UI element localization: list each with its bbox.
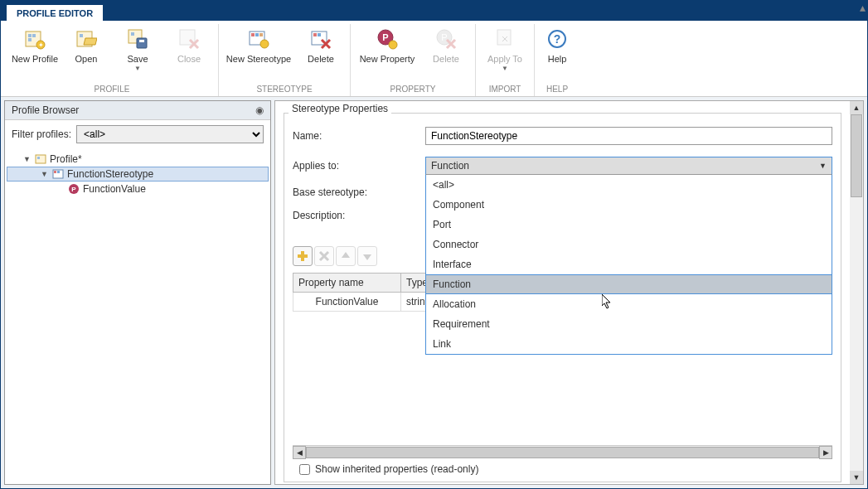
scroll-thumb[interactable] (851, 114, 862, 197)
svg-rect-14 (251, 33, 255, 36)
group-label: PROFILE (95, 83, 130, 96)
delete-property-button: P Delete (422, 24, 470, 83)
group-label: STEREOTYPE (256, 83, 312, 96)
profile-tree: ▼ Profile* ▼ FunctionStereotype P Functi… (5, 148, 270, 200)
delete-property-icon: P (434, 27, 458, 51)
label: Close (177, 54, 201, 65)
fieldset-title: Stereotype Properties (289, 103, 391, 114)
profile-icon (35, 153, 46, 165)
svg-point-17 (260, 40, 269, 48)
filter-select[interactable]: <all> (76, 125, 264, 143)
scroll-up-icon[interactable]: ▲ (850, 101, 863, 114)
svg-point-23 (389, 41, 397, 49)
label: New Property (360, 54, 415, 65)
properties-panel: Stereotype Properties Name: Applies to: … (274, 100, 864, 485)
col-name[interactable]: Property name (293, 274, 401, 293)
option-all[interactable]: <all> (426, 175, 832, 195)
cell-name: FunctionValue (293, 293, 401, 312)
show-inherited-label: Show inherited properties (read-only) (315, 463, 478, 475)
help-button[interactable]: ? Help (540, 24, 575, 83)
option-interface[interactable]: Interface (426, 254, 832, 274)
label: Open (75, 54, 98, 65)
tree-label: Profile* (50, 153, 82, 165)
apply-to-button: Apply To ▼ (481, 24, 529, 83)
close-button: Close (165, 24, 213, 83)
svg-text:?: ? (554, 32, 561, 46)
label: New Profile (12, 54, 58, 65)
chevron-down-icon: ▼ (819, 162, 827, 170)
scroll-right-icon[interactable]: ▶ (819, 446, 832, 459)
svg-text:P: P (71, 186, 76, 193)
show-inherited-checkbox[interactable] (299, 464, 310, 475)
apply-to-icon (493, 27, 516, 51)
option-connector[interactable]: Connector (426, 235, 832, 254)
save-button[interactable]: Save ▼ (114, 24, 162, 83)
option-function[interactable]: Function (426, 274, 832, 294)
tab-bar: PROFILE EDITOR (1, 1, 867, 21)
label: New Stereotype (226, 54, 291, 65)
stereotype-icon (52, 168, 64, 180)
tree-root[interactable]: ▼ Profile* (7, 152, 269, 167)
property-icon: P (68, 183, 80, 195)
expand-icon[interactable]: ▼ (41, 170, 49, 178)
svg-rect-19 (313, 33, 317, 36)
svg-rect-7 (80, 34, 83, 37)
profile-browser-panel: Profile Browser ◉ Filter profiles: <all>… (4, 100, 271, 485)
name-input[interactable] (425, 127, 832, 145)
new-stereotype-button[interactable]: New Stereotype (224, 24, 293, 83)
label: Help (548, 54, 567, 65)
svg-text:✦: ✦ (38, 41, 44, 49)
panel-menu-icon[interactable]: ◉ (255, 104, 264, 116)
close-icon (177, 27, 201, 51)
collapse-ribbon-icon[interactable]: ▴ (860, 1, 866, 14)
vertical-scrollbar[interactable]: ▲ ▼ (850, 101, 863, 484)
add-property-button[interactable] (293, 246, 313, 266)
ribbon-group-help: ? Help HELP (535, 24, 579, 96)
remove-property-button (314, 246, 334, 266)
new-property-button[interactable]: P New Property (356, 24, 419, 83)
ribbon-group-import: Apply To ▼ IMPORT (476, 24, 535, 96)
panel-title: Profile Browser (12, 104, 79, 116)
tab-profile-editor[interactable]: PROFILE EDITOR (6, 4, 104, 21)
svg-rect-16 (259, 33, 263, 36)
delete-stereotype-button[interactable]: Delete (297, 24, 345, 83)
svg-rect-2 (32, 34, 36, 37)
svg-rect-1 (28, 34, 32, 37)
ribbon-group-property: P New Property P Delete PROPERTY (351, 24, 476, 96)
option-link[interactable]: Link (426, 334, 832, 354)
tree-property[interactable]: P FunctionValue (7, 182, 269, 196)
open-button[interactable]: Open (62, 24, 110, 83)
chevron-down-icon: ▼ (502, 65, 508, 73)
svg-rect-3 (28, 38, 32, 41)
base-label: Base stereotype: (293, 186, 425, 198)
scroll-down-icon[interactable]: ▼ (850, 471, 863, 484)
open-icon (75, 27, 98, 51)
save-icon (126, 27, 149, 51)
new-profile-icon: ✦ (23, 27, 46, 51)
label: Save (127, 54, 148, 65)
label: Apply To (487, 54, 522, 65)
filter-label: Filter profiles: (12, 128, 71, 140)
svg-rect-26 (497, 30, 511, 45)
ribbon-group-stereotype: New Stereotype Delete STEREOTYPE (219, 24, 351, 96)
option-allocation[interactable]: Allocation (426, 294, 832, 314)
svg-rect-32 (54, 171, 56, 173)
tree-stereotype[interactable]: ▼ FunctionStereotype (7, 167, 269, 182)
label: Delete (433, 54, 459, 65)
new-property-icon: P (376, 27, 399, 51)
ribbon: ✦ New Profile Open Save ▼ (1, 21, 867, 97)
applies-to-combo[interactable]: Function ▼ <all> Component Port Connecto… (425, 157, 832, 175)
option-requirement[interactable]: Requirement (426, 314, 832, 334)
tree-label: FunctionValue (83, 183, 146, 195)
help-icon: ? (546, 27, 569, 51)
delete-icon (309, 27, 332, 51)
move-down-button (357, 246, 377, 266)
svg-rect-20 (318, 33, 321, 36)
svg-rect-33 (57, 171, 60, 173)
new-profile-button[interactable]: ✦ New Profile (11, 24, 59, 83)
move-up-button (336, 246, 356, 266)
option-component[interactable]: Component (426, 195, 832, 215)
expand-icon[interactable]: ▼ (23, 155, 32, 163)
svg-rect-9 (131, 32, 134, 36)
option-port[interactable]: Port (426, 215, 832, 235)
